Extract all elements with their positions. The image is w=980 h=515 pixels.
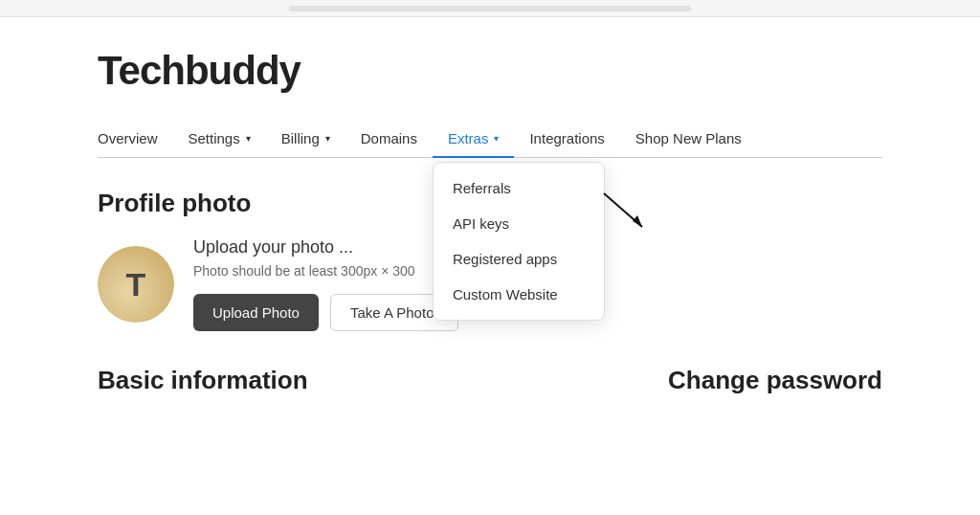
page-title: Techbuddy bbox=[98, 48, 882, 94]
avatar: T bbox=[98, 246, 174, 323]
nav-bar: Overview Settings ▾ Billing ▾ Domains Ex… bbox=[98, 121, 882, 158]
nav-extras-label: Extras bbox=[448, 130, 489, 146]
nav-item-overview[interactable]: Overview bbox=[98, 121, 173, 158]
change-password-title: Change password bbox=[668, 366, 882, 395]
nav-settings-label: Settings bbox=[189, 130, 240, 146]
bottom-titles: Basic information Change password bbox=[98, 366, 882, 395]
nav-item-extras[interactable]: Extras ▾ Referrals API keys Registered a… bbox=[433, 121, 515, 158]
top-bar-decoration bbox=[289, 6, 691, 11]
photo-info: Upload your photo ... Photo should be at… bbox=[193, 237, 458, 331]
extras-chevron-icon: ▾ bbox=[494, 133, 499, 144]
avatar-letter: T bbox=[98, 246, 174, 323]
extras-dropdown: Referrals API keys Registered apps Custo… bbox=[433, 162, 605, 321]
nav-item-shop-new-plans[interactable]: Shop New Plans bbox=[620, 121, 757, 158]
billing-chevron-icon: ▾ bbox=[325, 133, 330, 144]
nav-item-settings[interactable]: Settings ▾ bbox=[173, 121, 266, 158]
top-bar bbox=[0, 0, 980, 17]
nav-billing-label: Billing bbox=[281, 130, 320, 146]
nav-item-domains[interactable]: Domains bbox=[345, 121, 433, 158]
basic-info-title: Basic information bbox=[98, 366, 308, 395]
dropdown-item-api-keys[interactable]: API keys bbox=[434, 206, 604, 241]
photo-buttons: Upload Photo Take A Photo! bbox=[193, 294, 458, 331]
settings-chevron-icon: ▾ bbox=[246, 133, 251, 144]
photo-hint: Photo should be at least 300px × 300 bbox=[193, 263, 458, 279]
api-keys-label: API keys bbox=[453, 215, 509, 232]
dropdown-item-custom-website[interactable]: Custom Website bbox=[434, 277, 604, 312]
nav-item-billing[interactable]: Billing ▾ bbox=[266, 121, 345, 158]
nav-item-integrations[interactable]: Integrations bbox=[514, 121, 619, 158]
dropdown-item-registered-apps[interactable]: Registered apps bbox=[434, 241, 604, 277]
dropdown-item-referrals[interactable]: Referrals bbox=[434, 170, 604, 206]
upload-prompt: Upload your photo ... bbox=[193, 237, 458, 258]
upload-photo-button[interactable]: Upload Photo bbox=[193, 294, 319, 331]
